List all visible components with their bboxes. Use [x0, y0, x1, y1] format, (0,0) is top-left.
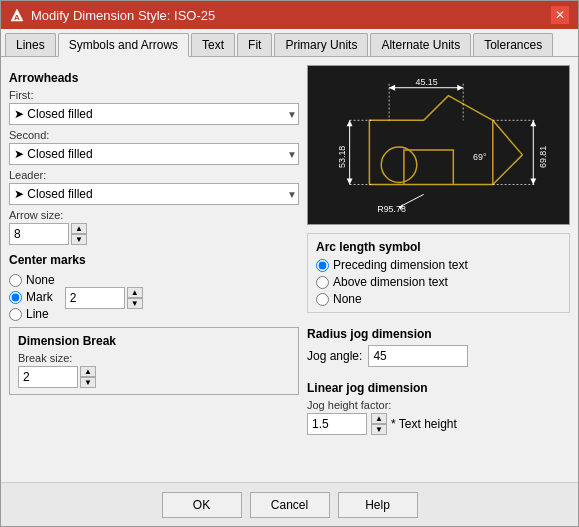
leader-label: Leader:	[9, 169, 299, 181]
title-bar: A Modify Dimension Style: ISO-25 ✕	[1, 1, 578, 29]
tab-primary-units[interactable]: Primary Units	[274, 33, 368, 56]
radius-jog-group: Radius jog dimension Jog angle:	[307, 327, 570, 367]
linear-jog-group: Linear jog dimension Jog height factor: …	[307, 381, 570, 435]
main-window: A Modify Dimension Style: ISO-25 ✕ Lines…	[0, 0, 579, 527]
arrow-size-label: Arrow size:	[9, 209, 299, 221]
second-dropdown-wrapper: ➤ Closed filled ▼	[9, 143, 299, 165]
left-panel: Arrowheads First: ➤ Closed filled ▼ Seco…	[9, 65, 299, 474]
jog-angle-label: Jog angle:	[307, 349, 362, 363]
leader-dropdown[interactable]: ➤ Closed filled	[9, 183, 299, 205]
arrowheads-label: Arrowheads	[9, 71, 299, 85]
center-marks-down-button[interactable]: ▼	[127, 298, 143, 309]
dimension-break-group: Dimension Break Break size: ▲ ▼	[9, 327, 299, 395]
second-dropdown[interactable]: ➤ Closed filled	[9, 143, 299, 165]
center-marks-up-button[interactable]: ▲	[127, 287, 143, 298]
tab-symbols-arrows[interactable]: Symbols and Arrows	[58, 33, 189, 57]
help-button[interactable]: Help	[338, 492, 418, 518]
right-panel: 45.15 53.18 69° R95.78	[307, 65, 570, 474]
title-bar-left: A Modify Dimension Style: ISO-25	[9, 7, 215, 23]
radio-none[interactable]	[9, 274, 22, 287]
cancel-button[interactable]: Cancel	[250, 492, 330, 518]
center-marks-value-group: ▲ ▼	[65, 287, 143, 309]
arc-preceding-row: Preceding dimension text	[316, 258, 561, 272]
first-dropdown-wrapper: ➤ Closed filled ▼	[9, 103, 299, 125]
jog-height-spinner-buttons: ▲ ▼	[371, 413, 387, 435]
linear-jog-title: Linear jog dimension	[307, 381, 570, 395]
radio-above[interactable]	[316, 276, 329, 289]
preview-svg: 45.15 53.18 69° R95.78	[308, 66, 569, 224]
radius-jog-title: Radius jog dimension	[307, 327, 570, 341]
radio-arc-none-label: None	[333, 292, 362, 306]
first-label: First:	[9, 89, 299, 101]
radio-none-label: None	[26, 273, 55, 287]
center-marks-row: None Mark Line	[9, 271, 299, 321]
svg-text:A: A	[14, 13, 20, 22]
radio-mark-row: Mark	[9, 290, 55, 304]
jog-height-row: ▲ ▼ * Text height	[307, 413, 570, 435]
window-title: Modify Dimension Style: ISO-25	[31, 8, 215, 23]
radio-none-row: None	[9, 273, 55, 287]
jog-height-down-button[interactable]: ▼	[371, 424, 387, 435]
arc-above-row: Above dimension text	[316, 275, 561, 289]
radio-mark-label: Mark	[26, 290, 53, 304]
break-size-input[interactable]	[18, 366, 78, 388]
center-marks-label: Center marks	[9, 253, 299, 267]
arrow-size-spinner: ▲ ▼	[9, 223, 299, 245]
radio-preceding-label: Preceding dimension text	[333, 258, 468, 272]
close-button[interactable]: ✕	[550, 5, 570, 25]
arc-none-row: None	[316, 292, 561, 306]
arc-length-title: Arc length symbol	[316, 240, 561, 254]
svg-text:45.15: 45.15	[416, 77, 438, 87]
tab-text[interactable]: Text	[191, 33, 235, 56]
svg-text:69°: 69°	[473, 152, 487, 162]
break-size-spinner: ▲ ▼	[18, 366, 290, 388]
arc-length-group: Arc length symbol Preceding dimension te…	[307, 233, 570, 313]
arrow-size-spinner-buttons: ▲ ▼	[71, 223, 87, 245]
radio-arc-none[interactable]	[316, 293, 329, 306]
jog-angle-row: Jog angle:	[307, 345, 570, 367]
jog-height-up-button[interactable]: ▲	[371, 413, 387, 424]
tab-tolerances[interactable]: Tolerances	[473, 33, 553, 56]
arrow-size-up-button[interactable]: ▲	[71, 223, 87, 234]
radio-line-label: Line	[26, 307, 49, 321]
tab-fit[interactable]: Fit	[237, 33, 272, 56]
radio-line[interactable]	[9, 308, 22, 321]
ok-button[interactable]: OK	[162, 492, 242, 518]
svg-text:69.81: 69.81	[538, 146, 548, 168]
svg-rect-2	[310, 66, 567, 224]
break-size-spinner-buttons: ▲ ▼	[80, 366, 96, 388]
footer: OK Cancel Help	[1, 482, 578, 526]
second-label: Second:	[9, 129, 299, 141]
first-dropdown[interactable]: ➤ Closed filled	[9, 103, 299, 125]
content-area: Arrowheads First: ➤ Closed filled ▼ Seco…	[1, 57, 578, 482]
break-size-down-button[interactable]: ▼	[80, 377, 96, 388]
jog-height-label: Jog height factor:	[307, 399, 570, 411]
preview-box: 45.15 53.18 69° R95.78	[307, 65, 570, 225]
tabs-bar: Lines Symbols and Arrows Text Fit Primar…	[1, 29, 578, 57]
text-height-label: * Text height	[391, 417, 457, 431]
center-marks-spinner-buttons: ▲ ▼	[127, 287, 143, 309]
jog-height-input[interactable]	[307, 413, 367, 435]
center-marks-input[interactable]	[65, 287, 125, 309]
svg-text:53.18: 53.18	[337, 146, 347, 168]
tab-lines[interactable]: Lines	[5, 33, 56, 56]
break-size-up-button[interactable]: ▲	[80, 366, 96, 377]
dimension-break-title: Dimension Break	[18, 334, 290, 348]
radio-line-row: Line	[9, 307, 55, 321]
radio-mark[interactable]	[9, 291, 22, 304]
arrow-size-down-button[interactable]: ▼	[71, 234, 87, 245]
radio-preceding[interactable]	[316, 259, 329, 272]
break-size-label: Break size:	[18, 352, 290, 364]
jog-angle-input[interactable]	[368, 345, 468, 367]
center-marks-radios: None Mark Line	[9, 273, 55, 321]
app-icon: A	[9, 7, 25, 23]
tab-alternate-units[interactable]: Alternate Units	[370, 33, 471, 56]
arc-radio-group: Preceding dimension text Above dimension…	[316, 258, 561, 306]
radio-above-label: Above dimension text	[333, 275, 448, 289]
arrow-size-input[interactable]	[9, 223, 69, 245]
leader-dropdown-wrapper: ➤ Closed filled ▼	[9, 183, 299, 205]
